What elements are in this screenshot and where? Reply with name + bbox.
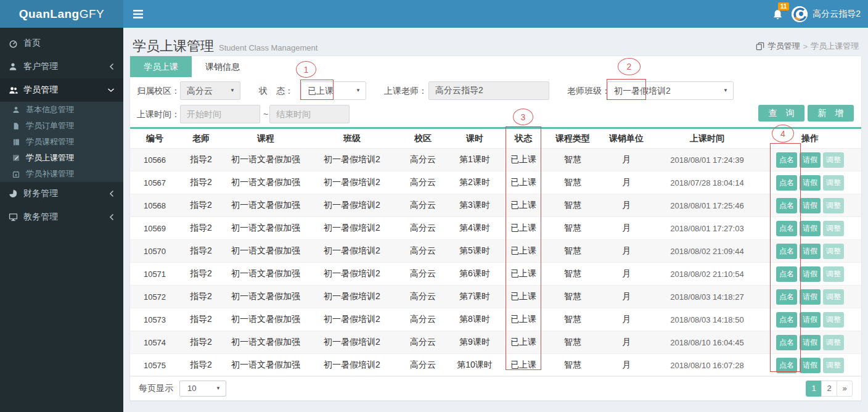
cell-actions: 点名请假调整 bbox=[759, 194, 861, 217]
cell-course: 初一语文暑假加强 bbox=[223, 263, 309, 286]
adjust-button[interactable]: 调整 bbox=[823, 152, 844, 168]
cell-type: 智慧 bbox=[548, 286, 597, 308]
start-time-input[interactable] bbox=[180, 105, 260, 123]
cell-type: 智慧 bbox=[548, 171, 597, 194]
content-header: 学员上课管理 Student Class Management 学员管理 > 学… bbox=[123, 28, 868, 56]
leave-button[interactable]: 请假 bbox=[800, 335, 821, 350]
leave-button[interactable]: 请假 bbox=[800, 175, 821, 191]
main-panel: 学员上课 课销信息 归属校区： 高分云▼ 状 态： 已上课▼ 上课老师： 老师班… bbox=[129, 56, 862, 401]
sidebar-item-basic-info[interactable]: 基本信息管理 bbox=[0, 102, 123, 118]
rollcall-button[interactable]: 点名 bbox=[776, 289, 797, 305]
page-button-2[interactable]: 2 bbox=[821, 381, 837, 397]
brand-name-light: GFY bbox=[80, 7, 105, 21]
cell-time: 2018/08/10 16:07:28 bbox=[655, 354, 759, 377]
leave-button[interactable]: 请假 bbox=[800, 289, 821, 305]
cell-course: 初一语文暑假加强 bbox=[223, 286, 309, 308]
cell-teacher: 指导2 bbox=[179, 263, 223, 286]
rollcall-button[interactable]: 点名 bbox=[776, 198, 797, 213]
rollcall-button[interactable]: 点名 bbox=[776, 335, 797, 350]
cell-lesson: 第8课时 bbox=[451, 308, 499, 331]
rollcall-button[interactable]: 点名 bbox=[776, 312, 797, 328]
adjust-button[interactable]: 调整 bbox=[823, 266, 844, 282]
adjust-button[interactable]: 调整 bbox=[823, 175, 844, 191]
adjust-button[interactable]: 调整 bbox=[823, 358, 844, 373]
sidebar-item-customers[interactable]: 客户管理 bbox=[0, 55, 123, 78]
table-footer: 每页显示 10▼ 1 2 » bbox=[130, 376, 861, 401]
sidebar-item-makeup[interactable]: 学员补课管理 bbox=[0, 166, 123, 182]
cell-class: 初一暑假培训2 bbox=[309, 308, 395, 331]
book-icon bbox=[12, 138, 26, 146]
notifications-button[interactable]: 11 bbox=[772, 7, 783, 21]
rollcall-button[interactable]: 点名 bbox=[776, 175, 797, 191]
cell-type: 智慧 bbox=[548, 354, 597, 377]
caret-down-icon: ▼ bbox=[216, 381, 221, 396]
cell-campus: 高分云 bbox=[395, 149, 451, 171]
adjust-button[interactable]: 调整 bbox=[823, 221, 844, 236]
edit-icon bbox=[12, 154, 26, 162]
header-course: 课程 bbox=[223, 128, 309, 149]
cell-lesson: 第2课时 bbox=[451, 171, 499, 194]
header-unit: 课销单位 bbox=[597, 128, 655, 149]
adjust-button[interactable]: 调整 bbox=[823, 312, 844, 328]
cell-campus: 高分云 bbox=[395, 263, 451, 286]
bell-icon bbox=[772, 9, 783, 21]
cell-status: 已上课 bbox=[499, 149, 548, 171]
cell-class: 初一暑假培训2 bbox=[309, 194, 395, 217]
page-subtitle: Student Class Management bbox=[219, 43, 317, 52]
sidebar-item-class-mgmt[interactable]: 学员上课管理 bbox=[0, 150, 123, 166]
page-button-next[interactable]: » bbox=[837, 381, 853, 397]
brand-logo[interactable]: QuanLangGFY bbox=[0, 0, 123, 28]
teacher-input[interactable] bbox=[428, 81, 549, 100]
leave-button[interactable]: 请假 bbox=[800, 152, 821, 168]
cell-time: 2018/08/10 16:04:45 bbox=[655, 331, 759, 354]
cell-actions: 点名请假调整 bbox=[759, 171, 861, 194]
sidebar-item-students[interactable]: 学员管理 bbox=[0, 78, 123, 102]
header-campus: 校区 bbox=[395, 128, 451, 149]
end-time-input[interactable] bbox=[269, 105, 350, 123]
breadcrumb-parent[interactable]: 学员管理 bbox=[768, 41, 800, 52]
status-select[interactable]: 已上课▼ bbox=[301, 81, 366, 100]
cell-course: 初一语文暑假加强 bbox=[223, 240, 309, 263]
adjust-button[interactable]: 调整 bbox=[823, 198, 844, 213]
rollcall-button[interactable]: 点名 bbox=[776, 266, 797, 282]
adjust-button[interactable]: 调整 bbox=[823, 244, 844, 259]
rollcall-button[interactable]: 点名 bbox=[776, 221, 797, 236]
sidebar-item-finance[interactable]: 财务管理 bbox=[0, 182, 123, 205]
search-button[interactable]: 查 询 bbox=[758, 105, 805, 122]
tab-student-class[interactable]: 学员上课 bbox=[130, 56, 192, 77]
leave-button[interactable]: 请假 bbox=[800, 198, 821, 213]
cell-class: 初一暑假培训2 bbox=[309, 354, 395, 377]
sidebar-toggle-icon[interactable] bbox=[123, 10, 153, 19]
cell-unit: 月 bbox=[597, 308, 655, 331]
leave-button[interactable]: 请假 bbox=[800, 358, 821, 373]
campus-select[interactable]: 高分云▼ bbox=[180, 81, 240, 100]
cell-type: 智慧 bbox=[548, 308, 597, 331]
add-button[interactable]: 新 增 bbox=[808, 105, 854, 122]
adjust-button[interactable]: 调整 bbox=[823, 335, 844, 350]
pagination: 1 2 » bbox=[806, 381, 853, 397]
rollcall-button[interactable]: 点名 bbox=[776, 358, 797, 373]
page-button-1[interactable]: 1 bbox=[806, 381, 822, 397]
cell-actions: 点名请假调整 bbox=[759, 354, 861, 377]
leave-button[interactable]: 请假 bbox=[800, 312, 821, 328]
sidebar-item-academic[interactable]: 教务管理 bbox=[0, 205, 123, 229]
sidebar-item-home[interactable]: 首页 bbox=[0, 31, 123, 55]
avatar bbox=[792, 6, 808, 22]
cell-campus: 高分云 bbox=[395, 308, 451, 331]
user-icon bbox=[12, 106, 26, 113]
cell-unit: 月 bbox=[597, 286, 655, 308]
rollcall-button[interactable]: 点名 bbox=[776, 152, 797, 168]
per-page-select[interactable]: 10▼ bbox=[179, 381, 226, 397]
tab-course-sales[interactable]: 课销信息 bbox=[192, 56, 253, 77]
leave-button[interactable]: 请假 bbox=[800, 244, 821, 259]
sidebar-item-courses[interactable]: 学员课程管理 bbox=[0, 134, 123, 150]
leave-button[interactable]: 请假 bbox=[800, 221, 821, 236]
cell-id: 10566 bbox=[130, 149, 179, 171]
sidebar-item-orders[interactable]: 学员订单管理 bbox=[0, 118, 123, 134]
rollcall-button[interactable]: 点名 bbox=[776, 244, 797, 259]
user-menu[interactable]: 高分云指导2 bbox=[792, 6, 861, 22]
cell-type: 智慧 bbox=[548, 149, 597, 171]
class-select[interactable]: 初一暑假培训2▼ bbox=[607, 81, 734, 100]
leave-button[interactable]: 请假 bbox=[800, 266, 821, 282]
adjust-button[interactable]: 调整 bbox=[823, 289, 844, 305]
